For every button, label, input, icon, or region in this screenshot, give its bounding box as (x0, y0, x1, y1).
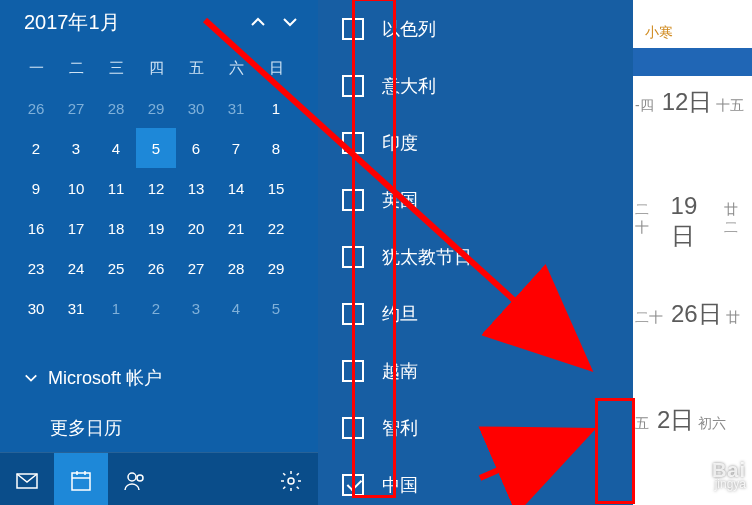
holiday-item[interactable]: 英国 (342, 171, 609, 228)
calendar-day[interactable]: 28 (216, 248, 256, 288)
calendar-day[interactable]: 31 (216, 88, 256, 128)
holiday-list-panel: 以色列意大利印度英国犹太教节日约旦越南智利中国 (318, 0, 633, 505)
solar-term-label: 小寒 (645, 24, 673, 42)
lunar-label: 十五 (716, 97, 744, 115)
calendar-day[interactable]: 6 (176, 128, 216, 168)
calendar-day[interactable]: 4 (216, 288, 256, 328)
more-calendars-label: 更多日历 (50, 418, 122, 438)
calendar-day[interactable]: 9 (16, 168, 56, 208)
holiday-checkbox[interactable] (342, 246, 364, 268)
holiday-item[interactable]: 犹太教节日 (342, 228, 609, 285)
week-row-header[interactable]: 五2日初六 (633, 404, 752, 436)
calendar-day[interactable]: 11 (96, 168, 136, 208)
calendar-day[interactable]: 13 (176, 168, 216, 208)
calendar-day[interactable]: 29 (136, 88, 176, 128)
week-row-header[interactable]: 二十26日廿 (633, 298, 752, 330)
lunar-label: 廿二 (724, 201, 752, 237)
watermark-brand: Bai (712, 463, 746, 477)
weekday-header: 四 (136, 48, 176, 88)
calendar-day[interactable]: 15 (256, 168, 296, 208)
date-number: 26日 (663, 298, 726, 330)
calendar-day[interactable]: 24 (56, 248, 96, 288)
calendar-day[interactable]: 14 (216, 168, 256, 208)
calendar-day[interactable]: 5 (256, 288, 296, 328)
calendar-day[interactable]: 1 (256, 88, 296, 128)
calendar-day[interactable]: 22 (256, 208, 296, 248)
more-calendars[interactable]: 更多日历 (16, 400, 302, 452)
holiday-label: 英国 (382, 188, 418, 212)
holiday-item[interactable]: 以色列 (342, 0, 609, 57)
holiday-checkbox[interactable] (342, 474, 364, 496)
month-title: 2017年1月 (24, 9, 242, 36)
weekday-header: 五 (176, 48, 216, 88)
watermark: Bai jingya (712, 463, 746, 491)
calendar-day[interactable]: 28 (96, 88, 136, 128)
calendar-day[interactable]: 16 (16, 208, 56, 248)
week-row-header[interactable]: 二十19日廿二 (633, 192, 752, 252)
weekday-header: 六 (216, 48, 256, 88)
calendar-day[interactable]: 3 (176, 288, 216, 328)
calendar-day[interactable]: 31 (56, 288, 96, 328)
holiday-checkbox[interactable] (342, 132, 364, 154)
mail-button[interactable] (0, 453, 54, 506)
account-label: Microsoft 帐户 (48, 366, 162, 390)
calendar-day[interactable]: 8 (256, 128, 296, 168)
calendar-day[interactable]: 26 (16, 88, 56, 128)
calendar-day[interactable]: 20 (176, 208, 216, 248)
lunar-label: 初六 (698, 415, 726, 433)
settings-button[interactable] (264, 453, 318, 506)
calendar-day[interactable]: 7 (216, 128, 256, 168)
holiday-item[interactable]: 智利 (342, 399, 609, 456)
chevron-up-icon (250, 14, 266, 30)
calendar-day[interactable]: 30 (16, 288, 56, 328)
calendar-day[interactable]: 25 (96, 248, 136, 288)
calendar-day[interactable]: 12 (136, 168, 176, 208)
lunar-label: 廿 (726, 309, 740, 327)
holiday-checkbox[interactable] (342, 18, 364, 40)
calendar-button[interactable] (54, 453, 108, 506)
holiday-item[interactable]: 约旦 (342, 285, 609, 342)
calendar-day[interactable]: 30 (176, 88, 216, 128)
calendar-day[interactable]: 21 (216, 208, 256, 248)
calendar-day[interactable]: 23 (16, 248, 56, 288)
holiday-item[interactable]: 意大利 (342, 57, 609, 114)
svg-point-6 (137, 475, 143, 481)
calendar-day[interactable]: 1 (96, 288, 136, 328)
calendar-day[interactable]: 29 (256, 248, 296, 288)
people-button[interactable] (108, 453, 162, 506)
calendar-day[interactable]: 4 (96, 128, 136, 168)
calendar-day[interactable]: 26 (136, 248, 176, 288)
calendar-day[interactable]: 19 (136, 208, 176, 248)
mail-icon (15, 469, 39, 493)
account-microsoft[interactable]: Microsoft 帐户 (16, 356, 302, 400)
month-view-sliver: 小寒 -四12日十五二十19日廿二二十26日廿五2日初六 (633, 0, 752, 505)
weekday-header: 三 (96, 48, 136, 88)
calendar-day[interactable]: 2 (16, 128, 56, 168)
week-row-header[interactable]: -四12日十五 (633, 86, 752, 118)
chevron-down-icon (282, 14, 298, 30)
holiday-item[interactable]: 越南 (342, 342, 609, 399)
calendar-day[interactable]: 5 (136, 128, 176, 168)
date-number: 12日 (654, 86, 717, 118)
holiday-checkbox[interactable] (342, 303, 364, 325)
date-number: 2日 (649, 404, 698, 436)
holiday-checkbox[interactable] (342, 189, 364, 211)
svg-point-5 (128, 473, 136, 481)
calendar-day[interactable]: 18 (96, 208, 136, 248)
mini-calendar: 一二三四五六日 26272829303112345678910111213141… (0, 48, 318, 328)
holiday-checkbox[interactable] (342, 417, 364, 439)
calendar-day[interactable]: 2 (136, 288, 176, 328)
holiday-item[interactable]: 印度 (342, 114, 609, 171)
calendar-day[interactable]: 3 (56, 128, 96, 168)
prev-month-button[interactable] (242, 6, 274, 38)
lunar-pre: 二十 (635, 201, 663, 237)
holiday-checkbox[interactable] (342, 360, 364, 382)
calendar-day[interactable]: 17 (56, 208, 96, 248)
holiday-label: 智利 (382, 416, 418, 440)
calendar-day[interactable]: 27 (176, 248, 216, 288)
holiday-item[interactable]: 中国 (342, 456, 609, 505)
calendar-day[interactable]: 10 (56, 168, 96, 208)
next-month-button[interactable] (274, 6, 306, 38)
holiday-checkbox[interactable] (342, 75, 364, 97)
calendar-day[interactable]: 27 (56, 88, 96, 128)
